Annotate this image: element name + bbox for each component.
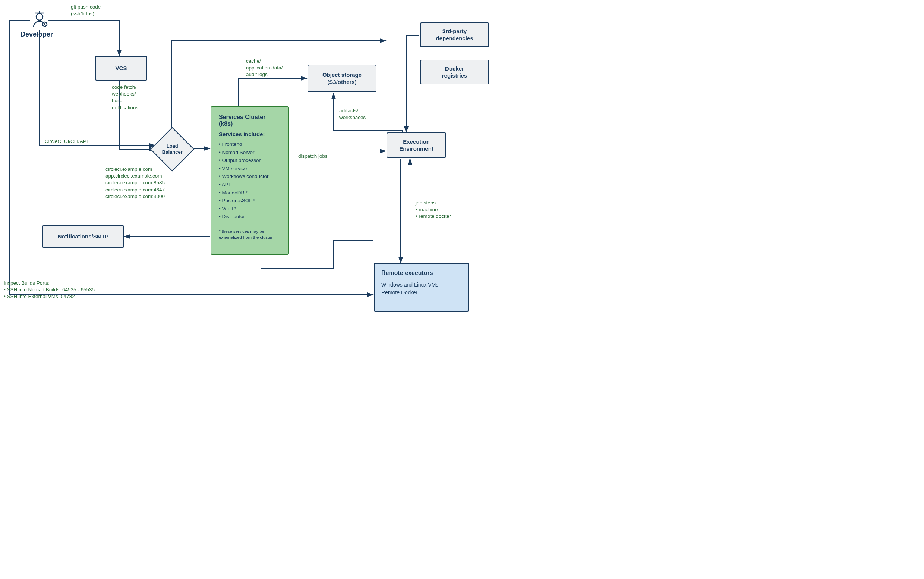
service-item: MongoDB * [219,189,281,197]
notifications-label: Notifications/SMTP [58,233,109,240]
service-item: VM service [219,165,281,173]
label-cache: cache/ application data/ audit logs [246,58,282,79]
remote-executors-box: Remote executors Windows and Linux VMs R… [374,263,469,311]
service-item: Workflows conductor [219,172,281,181]
remote-executors-body: Windows and Linux VMs Remote Docker [381,281,461,297]
notifications-box: Notifications/SMTP [42,225,124,248]
label-code-fetch: code fetch/ webhooks/ build notification… [112,84,138,111]
service-item: Output processor [219,156,281,165]
label-inspect-ports: Inspect Builds Ports: • SSH into Nomad B… [4,280,95,300]
service-item: API [219,181,281,189]
execution-env-box: Execution Environment [386,132,446,158]
service-item: PostgresSQL * [219,196,281,205]
service-item: Frontend [219,140,281,149]
load-balancer-label: Load Balancer [157,143,187,155]
developer-icon [30,9,49,30]
label-circleci-ui: CircleCI UI/CLI/API [45,138,88,145]
docker-registries-box: Docker registries [420,60,489,84]
execution-env-label: Execution Environment [399,138,433,152]
third-party-box: 3rd-party dependencies [420,22,489,47]
label-dispatch: dispatch jobs [298,153,328,160]
label-artifacts: artifacts/ workspaces [339,108,366,121]
developer-label: Developer [21,31,53,38]
services-cluster-title: Services Cluster (k8s) [219,114,281,127]
label-job-steps: job steps • machine • remote docker [416,200,451,220]
services-cluster-box: Services Cluster (k8s) Services include:… [210,106,289,255]
docker-registries-label: Docker registries [442,65,468,80]
services-footnote: * these services may be externalized fro… [219,228,281,240]
label-lb-domains: circleci.example.com app.circleci.exampl… [106,166,165,200]
services-list: Frontend Nomad Server Output processor V… [219,140,281,221]
vcs-label: VCS [116,65,127,72]
object-storage-box: Object storage (S3/others) [308,65,376,92]
service-item: Distributor [219,213,281,221]
remote-executors-title: Remote executors [381,270,461,276]
third-party-label: 3rd-party dependencies [436,28,473,42]
load-balancer-diamond: Load Balancer [150,127,195,172]
object-storage-label: Object storage (S3/others) [323,71,362,86]
vcs-box: VCS [95,56,147,80]
service-item: Vault * [219,205,281,213]
svg-point-0 [36,13,43,20]
label-git-push: git push code (ssh/https) [71,4,101,17]
service-item: Nomad Server [219,149,281,157]
services-cluster-subtitle: Services include: [219,131,281,137]
